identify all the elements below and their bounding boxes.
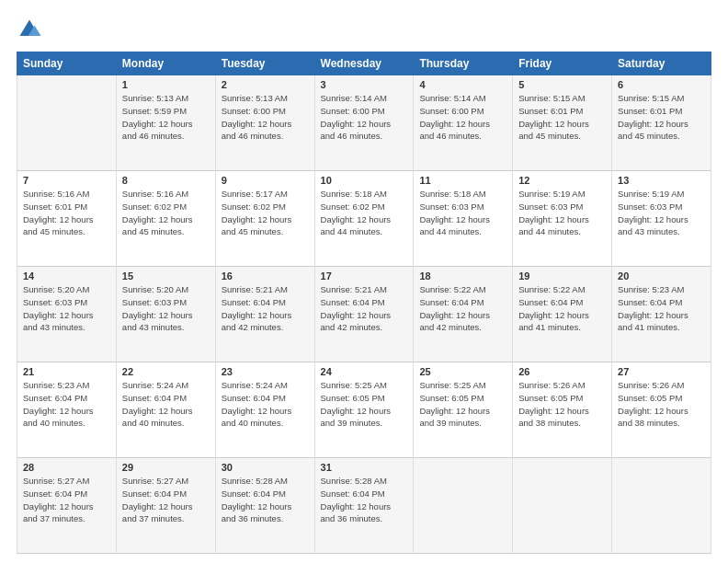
day-cell: 17Sunrise: 5:21 AMSunset: 6:04 PMDayligh… (314, 267, 414, 362)
day-number: 17 (321, 270, 408, 282)
week-row-5: 28Sunrise: 5:27 AMSunset: 6:04 PMDayligh… (17, 458, 711, 554)
logo (17, 17, 46, 42)
day-cell (17, 75, 117, 171)
day-number: 20 (618, 270, 705, 282)
day-cell (414, 458, 513, 554)
day-number: 31 (321, 462, 408, 473)
day-number: 7 (23, 175, 110, 186)
day-cell: 4Sunrise: 5:14 AMSunset: 6:00 PMDaylight… (414, 75, 513, 171)
day-number: 16 (222, 270, 309, 282)
day-number: 24 (321, 366, 408, 377)
day-info: Sunrise: 5:19 AMSunset: 6:03 PMDaylight:… (518, 188, 606, 238)
logo-icon (17, 17, 42, 42)
day-cell: 1Sunrise: 5:13 AMSunset: 5:59 PMDaylight… (116, 75, 215, 171)
day-info: Sunrise: 5:23 AMSunset: 6:04 PMDaylight:… (618, 283, 705, 334)
day-info: Sunrise: 5:22 AMSunset: 6:04 PMDaylight:… (419, 283, 506, 334)
header-row: SundayMondayTuesdayWednesdayThursdayFrid… (17, 52, 711, 75)
day-cell: 15Sunrise: 5:20 AMSunset: 6:03 PMDayligh… (116, 267, 215, 362)
day-info: Sunrise: 5:21 AMSunset: 6:04 PMDaylight:… (321, 283, 408, 334)
day-number: 6 (618, 79, 705, 90)
day-info: Sunrise: 5:27 AMSunset: 6:04 PMDaylight:… (23, 475, 110, 525)
day-info: Sunrise: 5:13 AMSunset: 6:00 PMDaylight:… (222, 92, 309, 143)
day-number: 1 (122, 79, 210, 90)
day-cell: 24Sunrise: 5:25 AMSunset: 6:05 PMDayligh… (314, 362, 414, 458)
day-cell: 9Sunrise: 5:17 AMSunset: 6:02 PMDaylight… (215, 171, 314, 267)
col-header-monday: Monday (116, 52, 215, 75)
day-cell: 13Sunrise: 5:19 AMSunset: 6:03 PMDayligh… (612, 171, 711, 267)
day-cell: 7Sunrise: 5:16 AMSunset: 6:01 PMDaylight… (17, 171, 117, 267)
day-number: 21 (23, 366, 110, 377)
day-number: 19 (518, 270, 606, 282)
day-cell: 5Sunrise: 5:15 AMSunset: 6:01 PMDaylight… (513, 75, 612, 171)
day-number: 4 (419, 79, 506, 90)
day-cell: 22Sunrise: 5:24 AMSunset: 6:04 PMDayligh… (116, 362, 215, 458)
col-header-wednesday: Wednesday (314, 52, 414, 75)
day-number: 18 (419, 270, 506, 282)
day-cell (513, 458, 612, 554)
day-number: 9 (222, 175, 309, 186)
day-cell: 26Sunrise: 5:26 AMSunset: 6:05 PMDayligh… (513, 362, 612, 458)
day-cell: 2Sunrise: 5:13 AMSunset: 6:00 PMDaylight… (215, 75, 314, 171)
day-number: 30 (222, 462, 309, 473)
week-row-2: 7Sunrise: 5:16 AMSunset: 6:01 PMDaylight… (17, 171, 711, 267)
calendar-table: SundayMondayTuesdayWednesdayThursdayFrid… (17, 52, 711, 554)
day-cell: 29Sunrise: 5:27 AMSunset: 6:04 PMDayligh… (116, 458, 215, 554)
day-number: 26 (518, 366, 606, 377)
day-cell: 19Sunrise: 5:22 AMSunset: 6:04 PMDayligh… (513, 267, 612, 362)
day-number: 11 (419, 175, 506, 186)
day-cell: 27Sunrise: 5:26 AMSunset: 6:05 PMDayligh… (612, 362, 711, 458)
day-cell: 23Sunrise: 5:24 AMSunset: 6:04 PMDayligh… (215, 362, 314, 458)
header (17, 17, 711, 42)
day-info: Sunrise: 5:27 AMSunset: 6:04 PMDaylight:… (122, 475, 210, 525)
day-cell: 10Sunrise: 5:18 AMSunset: 6:02 PMDayligh… (314, 171, 414, 267)
day-cell: 25Sunrise: 5:25 AMSunset: 6:05 PMDayligh… (414, 362, 513, 458)
col-header-friday: Friday (513, 52, 612, 75)
day-info: Sunrise: 5:26 AMSunset: 6:05 PMDaylight:… (618, 379, 705, 430)
day-info: Sunrise: 5:25 AMSunset: 6:05 PMDaylight:… (321, 379, 408, 430)
day-cell: 12Sunrise: 5:19 AMSunset: 6:03 PMDayligh… (513, 171, 612, 267)
day-info: Sunrise: 5:16 AMSunset: 6:02 PMDaylight:… (122, 188, 210, 238)
day-cell: 21Sunrise: 5:23 AMSunset: 6:04 PMDayligh… (17, 362, 117, 458)
day-number: 3 (321, 79, 408, 90)
day-number: 10 (321, 175, 408, 186)
day-cell: 31Sunrise: 5:28 AMSunset: 6:04 PMDayligh… (314, 458, 414, 554)
day-info: Sunrise: 5:26 AMSunset: 6:05 PMDaylight:… (518, 379, 606, 430)
day-cell: 28Sunrise: 5:27 AMSunset: 6:04 PMDayligh… (17, 458, 117, 554)
day-cell: 20Sunrise: 5:23 AMSunset: 6:04 PMDayligh… (612, 267, 711, 362)
day-cell: 3Sunrise: 5:14 AMSunset: 6:00 PMDaylight… (314, 75, 414, 171)
day-info: Sunrise: 5:24 AMSunset: 6:04 PMDaylight:… (122, 379, 210, 430)
day-info: Sunrise: 5:22 AMSunset: 6:04 PMDaylight:… (518, 283, 606, 334)
day-info: Sunrise: 5:14 AMSunset: 6:00 PMDaylight:… (419, 92, 506, 143)
day-number: 8 (122, 175, 210, 186)
day-info: Sunrise: 5:23 AMSunset: 6:04 PMDaylight:… (23, 379, 110, 430)
day-info: Sunrise: 5:16 AMSunset: 6:01 PMDaylight:… (23, 188, 110, 238)
day-info: Sunrise: 5:15 AMSunset: 6:01 PMDaylight:… (618, 92, 705, 143)
day-cell: 11Sunrise: 5:18 AMSunset: 6:03 PMDayligh… (414, 171, 513, 267)
day-info: Sunrise: 5:28 AMSunset: 6:04 PMDaylight:… (321, 475, 408, 525)
day-info: Sunrise: 5:18 AMSunset: 6:03 PMDaylight:… (419, 188, 506, 238)
day-cell: 30Sunrise: 5:28 AMSunset: 6:04 PMDayligh… (215, 458, 314, 554)
day-number: 14 (23, 270, 110, 282)
day-info: Sunrise: 5:15 AMSunset: 6:01 PMDaylight:… (518, 92, 606, 143)
day-number: 12 (518, 175, 606, 186)
col-header-thursday: Thursday (414, 52, 513, 75)
day-info: Sunrise: 5:21 AMSunset: 6:04 PMDaylight:… (222, 283, 309, 334)
day-number: 23 (222, 366, 309, 377)
day-number: 22 (122, 366, 210, 377)
day-info: Sunrise: 5:25 AMSunset: 6:05 PMDaylight:… (419, 379, 506, 430)
col-header-tuesday: Tuesday (215, 52, 314, 75)
day-number: 5 (518, 79, 606, 90)
day-cell: 14Sunrise: 5:20 AMSunset: 6:03 PMDayligh… (17, 267, 117, 362)
col-header-sunday: Sunday (17, 52, 117, 75)
day-number: 2 (222, 79, 309, 90)
day-info: Sunrise: 5:19 AMSunset: 6:03 PMDaylight:… (618, 188, 705, 238)
day-info: Sunrise: 5:20 AMSunset: 6:03 PMDaylight:… (23, 283, 110, 334)
week-row-1: 1Sunrise: 5:13 AMSunset: 5:59 PMDaylight… (17, 75, 711, 171)
day-number: 28 (23, 462, 110, 473)
col-header-saturday: Saturday (612, 52, 711, 75)
day-number: 13 (618, 175, 705, 186)
day-info: Sunrise: 5:24 AMSunset: 6:04 PMDaylight:… (222, 379, 309, 430)
week-row-3: 14Sunrise: 5:20 AMSunset: 6:03 PMDayligh… (17, 267, 711, 362)
day-info: Sunrise: 5:18 AMSunset: 6:02 PMDaylight:… (321, 188, 408, 238)
day-info: Sunrise: 5:17 AMSunset: 6:02 PMDaylight:… (222, 188, 309, 238)
